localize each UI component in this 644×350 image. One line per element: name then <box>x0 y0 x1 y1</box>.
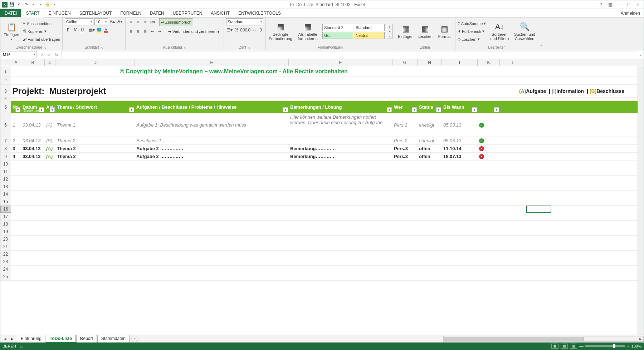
filter-dropdown-icon[interactable]: ▾ <box>283 107 288 112</box>
increase-font-icon[interactable]: A▴ <box>109 18 116 25</box>
dialog-launcher-icon[interactable]: ↘ <box>248 46 250 49</box>
filter-dropdown-icon[interactable]: ▾ <box>436 107 441 112</box>
align-top-icon[interactable]: ≡ <box>128 19 134 25</box>
styles-gallery-expand[interactable]: ▴▾⌄ <box>387 24 392 39</box>
column-header-cell[interactable]: Bis Wann▾ <box>442 101 478 113</box>
row-header[interactable]: 24 <box>0 266 11 273</box>
tab-home[interactable]: START <box>21 9 44 18</box>
cell[interactable]: 03.04.13 <box>21 113 45 137</box>
tab-view[interactable]: ANSICHT <box>206 9 234 17</box>
cell[interactable]: ✓ <box>478 113 500 137</box>
row-header[interactable]: 10 <box>0 161 11 168</box>
expand-formula-bar-icon[interactable]: ⌄ <box>637 53 644 56</box>
style-standard[interactable]: Standard <box>354 24 385 31</box>
row-header[interactable]: 19 <box>0 228 11 235</box>
accounting-format-icon[interactable]: ☰▾ <box>226 27 233 33</box>
autosum-button[interactable]: Σ AutoSumme ▾ <box>458 20 486 27</box>
qat-customize-icon[interactable]: ▾ <box>52 2 58 8</box>
row-header[interactable]: 23 <box>0 258 11 265</box>
style-good[interactable]: Gut <box>322 32 353 39</box>
border-button[interactable]: ▦▾ <box>88 27 95 33</box>
style-neutral[interactable]: Neutral <box>354 32 385 39</box>
help-icon[interactable]: ? <box>596 1 605 8</box>
tab-data[interactable]: DATEN <box>146 9 169 17</box>
qat-icon[interactable]: ▪ <box>30 2 36 8</box>
filter-dropdown-icon[interactable]: ▾ <box>472 107 477 112</box>
italic-button[interactable]: K <box>72 27 78 33</box>
cell[interactable]: Pers.3 <box>392 145 418 152</box>
cell[interactable]: Bemerkung………… <box>289 153 392 160</box>
qat-icon[interactable]: ▪ <box>38 2 43 8</box>
column-header[interactable]: K <box>478 59 500 66</box>
align-center-icon[interactable]: ≡ <box>135 28 141 35</box>
row-header[interactable]: 6 <box>0 113 11 137</box>
sign-in-link[interactable]: Anmelden <box>617 9 644 17</box>
row-header[interactable]: 13 <box>0 183 11 190</box>
column-header[interactable]: F <box>289 59 392 66</box>
column-header[interactable]: G <box>392 59 418 66</box>
row-header[interactable]: 12 <box>0 176 11 183</box>
view-normal-icon[interactable]: ▦ <box>551 344 558 349</box>
format-cells-button[interactable]: ▦Format <box>436 24 453 39</box>
cell[interactable]: Pers.3 <box>392 153 418 160</box>
cell[interactable]: offen <box>418 153 442 160</box>
column-header-cell[interactable]: Status▾ <box>418 101 442 113</box>
fill-color-button[interactable]: 🪣 <box>96 27 102 33</box>
cell[interactable]: 3 <box>11 145 21 152</box>
scroll-right-icon[interactable]: ▶ <box>638 336 643 341</box>
cell[interactable]: Beschluss 1 ......... <box>135 137 289 144</box>
cell[interactable]: Thema 2 <box>55 153 135 160</box>
column-header[interactable]: E <box>135 59 289 66</box>
cell[interactable]: ✓ <box>478 137 500 144</box>
row-header[interactable]: 21 <box>0 243 11 250</box>
clear-button[interactable]: ◇ Löschen ▾ <box>458 36 486 43</box>
number-format-select[interactable]: Standard▾ <box>226 18 263 25</box>
enter-formula-icon[interactable]: ✓ <box>46 51 53 58</box>
cell[interactable]: Aufgabe 2 …………… <box>135 145 289 152</box>
column-header[interactable]: B <box>21 59 45 66</box>
cell[interactable]: ✕ <box>478 145 500 152</box>
orientation-icon[interactable]: ⟲▾ <box>149 19 156 25</box>
fill-button[interactable]: ⬇ Füllbereich ▾ <box>458 28 486 35</box>
tab-layout[interactable]: SEITENLAYOUT <box>75 9 116 17</box>
align-left-icon[interactable]: ≡ <box>128 28 134 35</box>
filter-dropdown-icon[interactable]: ▾ <box>412 107 417 112</box>
touch-mode-icon[interactable]: 👆 <box>45 2 50 8</box>
cell[interactable] <box>289 137 392 144</box>
column-header-cell[interactable]: Aufgaben / Beschlüsse / Probleme / Hinwe… <box>135 101 289 113</box>
select-all-corner[interactable] <box>0 59 11 66</box>
name-box[interactable]: M16▾ <box>1 51 37 58</box>
merge-center-button[interactable]: ⬌ Verbinden und zentrieren ▾ <box>166 28 221 35</box>
cell[interactable]: ▾ <box>478 101 500 113</box>
column-header[interactable]: L <box>500 59 526 66</box>
underline-button[interactable]: U <box>79 27 86 33</box>
row-header[interactable]: 22 <box>0 251 11 258</box>
cell[interactable]: (A) <box>45 153 55 160</box>
cell[interactable]: erledigt <box>418 113 442 137</box>
scrollbar-thumb[interactable] <box>444 337 584 341</box>
cell[interactable]: (B) <box>45 137 55 144</box>
formula-input[interactable] <box>61 51 637 58</box>
cut-button[interactable]: ✂ Ausschneiden <box>23 20 60 27</box>
column-header[interactable]: I <box>442 59 478 66</box>
cell[interactable]: 03.04.13 <box>21 153 45 160</box>
style-standard2[interactable]: Standard 2 <box>322 24 353 31</box>
cell[interactable]: offen <box>418 145 442 152</box>
zoom-in-button[interactable]: + <box>627 344 629 348</box>
increase-indent-icon[interactable]: ⇥ <box>156 28 163 35</box>
wrap-text-button[interactable]: ↩ Zeilenumbruch <box>159 18 193 26</box>
cell[interactable]: Aufgabe 1: Beschreibung was gemacht werd… <box>135 113 289 137</box>
cell[interactable]: 18.07.13 <box>442 153 478 160</box>
sheet-tab[interactable]: ToDo-Liste <box>46 335 76 342</box>
increase-decimal-icon[interactable]: .0→ <box>248 27 254 33</box>
cell[interactable]: 03.04.13 <box>21 145 45 152</box>
column-header[interactable]: A <box>11 59 21 66</box>
insert-cells-button[interactable]: ▦Einfügen <box>397 24 414 39</box>
bold-button[interactable]: F <box>65 27 71 33</box>
font-name-select[interactable]: Calibri▾ <box>65 18 93 25</box>
align-middle-icon[interactable]: ≡ <box>135 19 141 25</box>
cell[interactable]: Hier können weitere Bemerkungen notiert … <box>289 113 392 137</box>
tab-developer[interactable]: ENTWICKLERTOOLS <box>234 9 285 17</box>
align-bottom-icon[interactable]: ≡ <box>142 19 148 25</box>
collapse-ribbon-icon[interactable]: ˄ <box>538 18 545 50</box>
